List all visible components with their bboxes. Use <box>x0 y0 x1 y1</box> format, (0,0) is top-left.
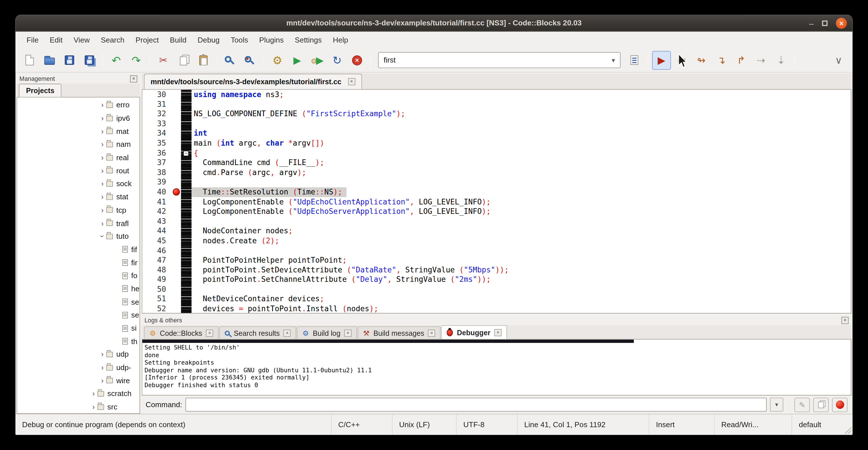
fold-margin[interactable] <box>181 236 191 245</box>
log-line[interactable]: Debugger finished with status 0 <box>143 382 851 389</box>
chevron-down-icon[interactable]: ▾ <box>612 56 615 64</box>
tree-item-ipv6[interactable]: ›ipv6 <box>17 112 140 125</box>
tree-item-udp[interactable]: ›udp- <box>17 361 140 374</box>
fold-margin[interactable] <box>181 256 191 265</box>
close-tab-icon[interactable]: × <box>428 329 435 336</box>
replace-button[interactable] <box>241 51 260 70</box>
debug-continue-button[interactable]: ▶ <box>652 51 671 70</box>
tab-projects[interactable]: Projects <box>19 84 62 97</box>
breakpoint-margin[interactable] <box>171 148 181 158</box>
close-logs-icon[interactable]: × <box>841 317 848 324</box>
breakpoint-margin[interactable] <box>171 245 181 255</box>
breakpoint-margin[interactable] <box>171 129 181 139</box>
fold-margin[interactable] <box>181 265 191 275</box>
new-file-button[interactable] <box>20 51 39 70</box>
expander-icon[interactable]: › <box>98 206 106 214</box>
incremental-search-options-button[interactable] <box>625 51 644 70</box>
command-input[interactable] <box>185 398 767 412</box>
build-and-run-button[interactable]: ▶ <box>308 51 327 70</box>
menu-file[interactable]: File <box>21 33 44 46</box>
copy-button[interactable] <box>174 51 193 70</box>
breakpoint-margin[interactable] <box>171 168 181 177</box>
tree-item-real[interactable]: ›real <box>17 151 140 164</box>
fold-margin[interactable] <box>181 187 191 197</box>
expander-icon[interactable]: › <box>98 101 106 109</box>
close-button[interactable]: × <box>836 18 847 29</box>
fold-margin[interactable] <box>181 275 191 285</box>
breakpoint-margin[interactable] <box>171 158 181 168</box>
expander-icon[interactable]: › <box>98 233 106 240</box>
breakpoint-margin[interactable] <box>171 275 181 285</box>
expander-icon[interactable]: › <box>98 180 106 188</box>
breakpoint-margin[interactable] <box>171 236 181 245</box>
fold-margin[interactable] <box>181 168 191 177</box>
tree-item-stat[interactable]: ›stat <box>17 190 140 204</box>
tree-item-tcp[interactable]: ›tcp <box>17 204 140 217</box>
next-instruction-button[interactable]: ⇢ <box>752 51 771 70</box>
redo-button[interactable]: ↷ <box>127 51 146 70</box>
log-line[interactable]: done <box>143 352 851 359</box>
tree-item-he[interactable]: he <box>17 282 140 296</box>
save-all-button[interactable] <box>80 51 98 70</box>
tree-item-fir[interactable]: fir <box>17 256 140 269</box>
fold-margin[interactable] <box>181 197 191 207</box>
step-into-button[interactable]: ↴ <box>712 51 731 70</box>
tree-item-tuto[interactable]: ›tuto <box>17 230 140 243</box>
debugger-log[interactable]: Setting SHELL to '/bin/sh'doneSetting br… <box>142 339 851 395</box>
fold-margin[interactable]: – <box>181 148 191 158</box>
breakpoint-margin[interactable] <box>171 294 181 304</box>
breakpoint-margin[interactable] <box>171 109 181 119</box>
expander-icon[interactable]: › <box>90 403 97 411</box>
expander-icon[interactable]: › <box>98 114 106 122</box>
expander-icon[interactable]: › <box>98 141 106 149</box>
step-into-instruction-button[interactable]: ⇣ <box>772 51 790 70</box>
close-tab-icon[interactable]: × <box>348 78 355 85</box>
edit-command-button[interactable]: ✎ <box>795 397 810 412</box>
expander-icon[interactable]: › <box>98 154 106 162</box>
tree-item-rout[interactable]: ›rout <box>17 164 140 177</box>
run-button[interactable]: ▶ <box>288 51 307 70</box>
fold-margin[interactable] <box>181 119 191 129</box>
fold-margin[interactable] <box>181 139 191 148</box>
expander-icon[interactable]: › <box>98 127 106 136</box>
menu-view[interactable]: View <box>68 33 95 46</box>
breakpoint-margin[interactable] <box>171 139 181 148</box>
breakpoint-margin[interactable] <box>171 216 181 226</box>
close-tab-icon[interactable]: × <box>284 329 291 336</box>
menu-project[interactable]: Project <box>130 33 164 46</box>
menu-edit[interactable]: Edit <box>44 33 68 46</box>
breakpoint-margin[interactable] <box>171 99 181 109</box>
tree-item-src[interactable]: ›src <box>17 400 140 414</box>
breakpoint-margin[interactable] <box>171 90 181 99</box>
breakpoint-margin[interactable] <box>171 285 181 294</box>
fold-margin[interactable] <box>181 99 191 109</box>
title-bar[interactable]: mnt/dev/tools/source/ns-3-dev/examples/t… <box>16 15 852 31</box>
command-dropdown-button[interactable]: ▾ <box>770 398 783 412</box>
breakpoint-margin[interactable] <box>171 197 181 207</box>
breakpoint-margin[interactable] <box>171 119 181 129</box>
tree-item-fif[interactable]: fif <box>17 243 140 256</box>
tree-item-se[interactable]: se <box>17 309 140 322</box>
tree-item-se[interactable]: se <box>17 296 140 309</box>
fold-margin[interactable] <box>181 158 191 168</box>
tree-item-trafl[interactable]: ›trafl <box>17 217 140 230</box>
menu-plugins[interactable]: Plugins <box>254 33 289 46</box>
expander-icon[interactable]: › <box>98 193 106 201</box>
fold-margin[interactable] <box>181 216 191 226</box>
expander-icon[interactable]: › <box>98 219 106 227</box>
tree-item-mat[interactable]: ›mat <box>17 125 140 138</box>
log-line[interactable]: Setting breakpoints <box>143 359 851 366</box>
tree-item-sock[interactable]: ›sock <box>17 177 140 190</box>
toolbar-overflow-button[interactable]: ∨ <box>829 51 848 70</box>
stop-debugger-button[interactable] <box>832 397 847 412</box>
save-button[interactable] <box>60 51 79 70</box>
tree-item-scratch[interactable]: ›scratch <box>17 387 140 400</box>
menu-help[interactable]: Help <box>327 33 354 46</box>
next-line-button[interactable]: ↬ <box>692 51 711 70</box>
fold-margin[interactable] <box>181 226 191 236</box>
log-tab-build-messages[interactable]: ⚒Build messages× <box>358 326 441 339</box>
rebuild-button[interactable]: ↻ <box>328 51 346 70</box>
fold-margin[interactable] <box>181 177 191 187</box>
breakpoint-margin[interactable] <box>171 265 181 275</box>
log-tab-debugger[interactable]: Debugger× <box>441 325 507 339</box>
